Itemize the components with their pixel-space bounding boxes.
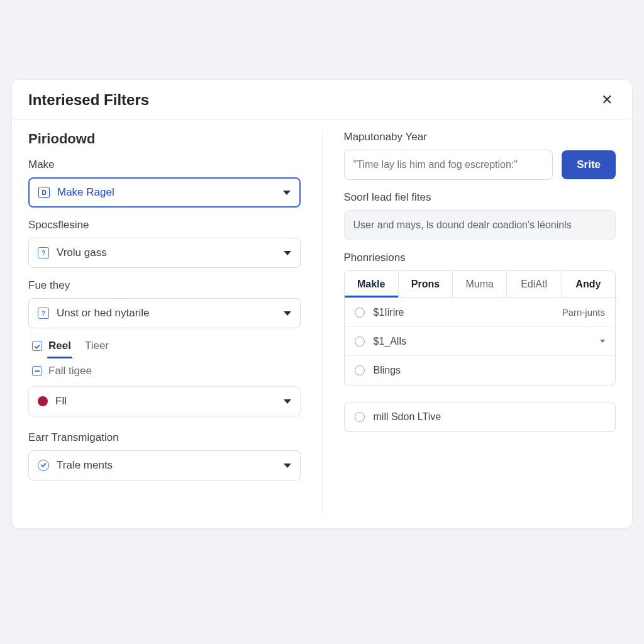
tab-andy[interactable]: Andy xyxy=(562,271,615,297)
tab-ediatl[interactable]: EdiAtl xyxy=(507,271,561,297)
field-label-fue: Fue they xyxy=(28,279,301,292)
option-label: Blings xyxy=(374,365,401,376)
square-question-icon: ? xyxy=(38,308,49,319)
chip-tieer[interactable]: Tieer xyxy=(85,340,109,352)
fue-select-value: Unst or hed nytarile xyxy=(57,307,149,319)
option-row[interactable]: mill Sdon LTive xyxy=(345,402,616,431)
check-circle-icon xyxy=(38,460,49,471)
status-dot-icon xyxy=(38,396,48,406)
left-column: Piriodowd Make D Make Ragel Spocsflesine… xyxy=(28,131,323,514)
chip-tieer-label: Tieer xyxy=(85,340,109,352)
checkbox-mixed-icon xyxy=(32,366,42,376)
right-column: Maputonaby Year Srite Soorl lead fiel fi… xyxy=(344,131,616,514)
year-row: Srite xyxy=(344,150,616,180)
chip-fall[interactable]: Fall tigee xyxy=(32,365,92,377)
make-select-value: Make Ragel xyxy=(57,186,114,199)
modal-title: Interiesed Filters xyxy=(28,91,149,109)
field-make: Make D Make Ragel xyxy=(28,158,301,208)
fil-select[interactable]: Fll xyxy=(28,386,301,416)
chevron-down-icon xyxy=(284,251,291,255)
option-label: mill Sdon LTive xyxy=(374,411,441,423)
filters-modal: Interiesed Filters ✕ Piriodowd Make D Ma… xyxy=(11,79,633,529)
earr-select-value: Trale ments xyxy=(57,459,113,472)
fue-chip-row: Reel Tieer xyxy=(28,337,301,356)
phon-option-list: $1Iirire Parn-junts $1_Alls Blings xyxy=(344,298,616,386)
option-label: $1_Alls xyxy=(374,336,406,347)
close-button[interactable]: ✕ xyxy=(598,91,616,109)
fil-label: Fll xyxy=(55,395,67,408)
phon-tabs: Makle Prons Muma EdiAtl Andy xyxy=(344,270,616,298)
chevron-down-icon xyxy=(284,399,291,404)
modal-body: Piriodowd Make D Make Ragel Spocsflesine… xyxy=(12,119,632,528)
chip-reel-label: Reel xyxy=(48,340,71,352)
field-soorl: Soorl lead fiel fites User and mays, ls … xyxy=(344,191,616,240)
field-label-soorl: Soorl lead fiel fites xyxy=(344,191,616,204)
make-select[interactable]: D Make Ragel xyxy=(28,177,301,208)
chevron-down-icon xyxy=(284,464,291,468)
field-spocs: Spocsflesine ? Vrolu gass xyxy=(28,219,301,268)
field-label-spocs: Spocsflesine xyxy=(28,219,301,231)
tab-makle[interactable]: Makle xyxy=(345,271,399,297)
spocs-select-value: Vrolu gass xyxy=(57,247,107,259)
spocs-select[interactable]: ? Vrolu gass xyxy=(28,238,301,268)
phon-standalone: mill Sdon LTive xyxy=(344,402,616,432)
modal-header: Interiesed Filters ✕ xyxy=(12,80,632,119)
option-row[interactable]: $1Iirire Parn-junts xyxy=(345,298,616,327)
radio-icon xyxy=(355,412,365,422)
section-title: Piriodowd xyxy=(28,131,301,147)
option-extra: Parn-junts xyxy=(562,307,605,318)
square-d-icon: D xyxy=(38,187,50,198)
close-icon: ✕ xyxy=(601,92,613,108)
tab-muma[interactable]: Muma xyxy=(453,271,507,297)
chevron-down-icon xyxy=(284,311,291,316)
option-row[interactable]: $1_Alls xyxy=(345,327,616,356)
soorl-value: User and mays, ls dound dealr coadion's … xyxy=(353,219,572,231)
srite-button[interactable]: Srite xyxy=(562,150,616,179)
chip-fall-label: Fall tigee xyxy=(48,365,92,377)
field-label-year: Maputonaby Year xyxy=(344,131,616,143)
soorl-readonly: User and mays, ls dound dealr coadion's … xyxy=(344,210,616,240)
checkbox-icon xyxy=(32,341,42,351)
chip-reel[interactable]: Reel xyxy=(32,340,71,352)
chevron-down-icon xyxy=(600,340,605,343)
year-input[interactable] xyxy=(344,150,553,180)
field-label-make: Make xyxy=(28,158,301,171)
square-question-icon: ? xyxy=(38,247,49,258)
field-year: Maputonaby Year Srite xyxy=(344,131,616,180)
field-label-phon: Phonriesions xyxy=(344,252,616,264)
radio-icon xyxy=(355,308,365,318)
field-fue: Fue they ? Unst or hed nytarile Reel Tie… xyxy=(28,279,301,416)
chevron-down-icon xyxy=(283,191,291,195)
option-row[interactable]: Blings xyxy=(345,356,616,385)
fue-select[interactable]: ? Unst or hed nytarile xyxy=(28,298,301,328)
field-earr: Earr Transmigation Trale ments xyxy=(28,431,301,480)
option-label: $1Iirire xyxy=(374,307,404,318)
radio-icon xyxy=(355,336,365,347)
field-label-earr: Earr Transmigation xyxy=(28,431,301,444)
earr-select[interactable]: Trale ments xyxy=(28,450,301,480)
field-phon: Phonriesions Makle Prons Muma EdiAtl And… xyxy=(344,252,616,432)
fue-chip-row-2: Fall tigee xyxy=(28,362,301,381)
tab-prons[interactable]: Prons xyxy=(399,271,453,297)
radio-icon xyxy=(355,365,365,375)
